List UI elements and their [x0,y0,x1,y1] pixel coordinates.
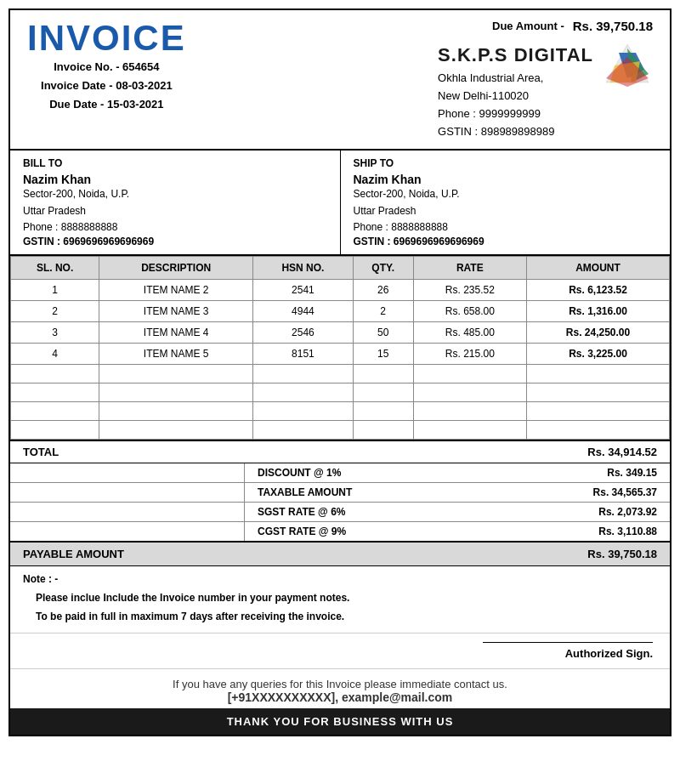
ship-to-phone: Phone : 8888888888 [354,219,658,236]
company-address2: New Delhi-110020 [438,88,593,105]
notes-section: Note : - Please inclue Include the Invoi… [10,566,670,633]
cgst-line: CGST RATE @ 9% Rs. 3,110.88 [245,522,670,541]
company-phone-label: Phone : [438,107,476,120]
taxable-line: TAXABLE AMOUNT Rs. 34,565.37 [245,483,670,502]
bill-to-name: Nazim Khan [23,173,327,186]
discount-label: DISCOUNT @ 1% [258,467,341,479]
ship-to-name: Nazim Khan [354,173,658,186]
table-header-rate: RATE [413,256,526,279]
table-row [11,383,670,401]
bill-to-label: BILL TO [23,157,327,169]
table-header-hsnno: HSN NO. [253,256,353,279]
total-row: TOTAL Rs. 34,914.52 [10,440,670,463]
ship-to-label: SHIP TO [354,157,658,169]
ship-to-gstin: GSTIN : 6969696969696969 [354,236,658,247]
bill-ship-section: BILL TO Nazim Khan Sector-200, Noida, U.… [10,151,670,256]
due-date-label: Due Date - [49,98,104,111]
company-phone-line: Phone : 9999999999 [438,105,593,123]
invoice-date-value: 08-03-2021 [116,79,173,92]
table-row: 3ITEM NAME 4254650Rs. 485.00Rs. 24,250.0… [11,321,670,343]
note-line-1: Please inclue Include the Invoice number… [36,589,657,608]
summary-right-2: TAXABLE AMOUNT Rs. 34,565.37 [245,483,670,502]
discount-row: DISCOUNT @ 1% Rs. 349.15 [10,463,670,483]
table-header-amount: AMOUNT [527,256,670,279]
cgst-row: CGST RATE @ 9% Rs. 3,110.88 [10,522,670,541]
table-row [11,401,670,420]
table-row: 2ITEM NAME 349442Rs. 658.00Rs. 1,316.00 [11,300,670,321]
signature-box: Authorized Sign. [483,642,653,660]
sgst-label: SGST RATE @ 6% [258,506,346,518]
cgst-label: CGST RATE @ 9% [258,526,346,537]
payable-amount-row: PAYABLE AMOUNT Rs. 39,750.18 [10,542,670,566]
signature-section: Authorized Sign. [10,633,670,669]
company-gstin: 898989898989 [481,125,555,138]
payable-label: PAYABLE AMOUNT [23,548,124,560]
summary-empty-3 [10,503,245,521]
payable-value: Rs. 39,750.18 [587,548,657,560]
summary-empty-4 [10,522,245,541]
due-amount-row: Due Amount - Rs. 39,750.18 [438,19,653,33]
summary-section: DISCOUNT @ 1% Rs. 349.15 TAXABLE AMOUNT … [10,463,670,542]
thank-you-text: THANK YOU FOR BUSINESS WITH US [227,715,454,728]
table-header-row: SL. NO.DESCRIPTIONHSN NO.QTY.RATEAMOUNT [11,256,670,279]
summary-right-3: SGST RATE @ 6% Rs. 2,073.92 [245,503,670,521]
taxable-row: TAXABLE AMOUNT Rs. 34,565.37 [10,483,670,503]
table-row: 4ITEM NAME 5815115Rs. 215.00Rs. 3,225.00 [11,343,670,364]
bill-to-address1: Sector-200, Noida, U.P. [23,186,327,202]
sgst-line: SGST RATE @ 6% Rs. 2,073.92 [245,503,670,521]
company-info-section: S.K.P.S DIGITAL Okhla Industrial Area, N… [438,40,653,140]
due-amount-value: Rs. 39,750.18 [573,19,653,33]
sgst-row: SGST RATE @ 6% Rs. 2,073.92 [10,503,670,522]
company-section: Due Amount - Rs. 39,750.18 S.K.P.S DIGIT… [438,19,653,140]
cgst-value: Rs. 3,110.88 [598,526,657,537]
company-name: S.K.P.S DIGITAL [438,40,593,70]
summary-right-4: CGST RATE @ 9% Rs. 3,110.88 [245,522,670,541]
invoice-document: INVOICE Invoice No. - 654654 Invoice Dat… [8,9,672,736]
total-value: Rs. 34,914.52 [587,446,657,458]
ship-to-section: SHIP TO Nazim Khan Sector-200, Noida, U.… [341,151,671,254]
summary-right-1: DISCOUNT @ 1% Rs. 349.15 [245,463,670,482]
invoice-date-line: Invoice Date - 08-03-2021 [27,77,186,95]
sgst-value: Rs. 2,073.92 [598,506,657,518]
footer-contact-info: [+91XXXXXXXXXX], example@mail.com [23,690,657,704]
authorized-sign-label: Authorized Sign. [483,647,653,660]
table-row [11,420,670,439]
table-header-description: DESCRIPTION [99,256,253,279]
footer-contact: If you have any queries for this Invoice… [10,669,670,708]
invoice-number-line: Invoice No. - 654654 [27,58,186,77]
bill-to-gstin: GSTIN : 6969696969696969 [23,236,327,247]
ship-to-address2: Uttar Pradesh [354,203,658,219]
company-gstin-line: GSTIN : 898989898989 [438,123,593,141]
summary-empty-1 [10,463,245,482]
invoice-title: INVOICE [27,19,186,58]
discount-value: Rs. 349.15 [607,467,657,479]
total-label: TOTAL [23,446,59,458]
invoice-details: Invoice No. - 654654 Invoice Date - 08-0… [27,58,186,114]
due-date-line: Due Date - 15-03-2021 [27,95,186,114]
signature-line [483,642,653,643]
due-amount-label: Due Amount - [492,20,564,32]
invoice-no-value: 654654 [122,60,159,73]
due-date-value: 15-03-2021 [107,98,164,111]
items-table: SL. NO.DESCRIPTIONHSN NO.QTY.RATEAMOUNT … [10,256,670,440]
bill-to-phone: Phone : 8888888888 [23,219,327,236]
bill-to-address2: Uttar Pradesh [23,203,327,219]
notes-title: Note : - [23,573,657,585]
invoice-header: INVOICE Invoice No. - 654654 Invoice Dat… [10,10,670,151]
taxable-value: Rs. 34,565.37 [593,486,657,498]
bill-to-section: BILL TO Nazim Khan Sector-200, Noida, U.… [10,151,341,254]
table-row [11,364,670,383]
invoice-title-section: INVOICE Invoice No. - 654654 Invoice Dat… [27,19,186,114]
table-header-qty: QTY. [353,256,413,279]
taxable-label: TAXABLE AMOUNT [258,486,352,498]
discount-line: DISCOUNT @ 1% Rs. 349.15 [245,463,670,482]
company-gstin-label: GSTIN : [438,125,478,138]
note-line-2: To be paid in full in maximum 7 days aft… [36,608,657,627]
invoice-no-label: Invoice No. - [54,60,119,73]
summary-empty-2 [10,483,245,502]
invoice-date-label: Invoice Date - [41,79,113,92]
footer-bottom: THANK YOU FOR BUSINESS WITH US [10,708,670,735]
company-address1: Okhla Industrial Area, [438,70,593,88]
company-logo [602,40,653,91]
company-details: S.K.P.S DIGITAL Okhla Industrial Area, N… [438,40,593,140]
